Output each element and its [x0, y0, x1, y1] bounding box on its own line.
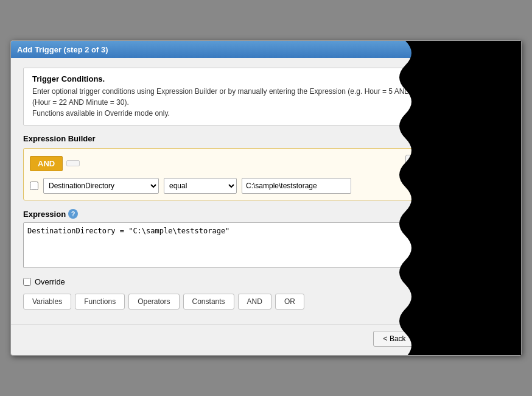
help-icon[interactable]: ?: [68, 209, 78, 219]
delete-label: Delete: [475, 182, 497, 190]
expr-buttons-row: Variables Functions Operators Constants …: [23, 294, 509, 309]
dialog-titlebar: Add Trigger (step 2 of 3) ✕: [11, 41, 521, 58]
add-rule-label: dd rule: [412, 159, 435, 168]
variables-button[interactable]: Variables: [23, 294, 71, 309]
and-toggle-button[interactable]: AND: [30, 156, 63, 171]
functions-button[interactable]: Functions: [75, 294, 125, 309]
operators-button[interactable]: Operators: [128, 294, 179, 309]
dialog-footer: < Back Next > Cancel: [11, 324, 521, 355]
delete-button[interactable]: ▬ Delete: [459, 179, 502, 193]
or-button[interactable]: OR: [275, 294, 304, 309]
add-rule-button[interactable]: dd rule: [405, 155, 441, 172]
constants-button[interactable]: Constants: [183, 294, 234, 309]
and-button[interactable]: AND: [238, 294, 271, 309]
plus-icon: ⊕: [452, 158, 460, 169]
trigger-conditions-desc: Enter optional trigger conditions using …: [32, 86, 500, 119]
close-button[interactable]: ✕: [505, 44, 515, 54]
back-button[interactable]: < Back: [373, 331, 416, 347]
override-checkbox[interactable]: [23, 278, 31, 286]
field-select[interactable]: DestinationDirectory: [43, 178, 159, 194]
builder-controls: AND dd rule ⊕ Add group: [30, 155, 502, 172]
add-trigger-dialog: Add Trigger (step 2 of 3) ✕ Trigger Cond…: [10, 40, 522, 356]
trigger-conditions-title: Trigger Conditions.: [32, 74, 500, 83]
add-group-button[interactable]: ⊕ Add group: [445, 155, 502, 172]
operator-select[interactable]: equal: [164, 178, 237, 194]
cancel-button[interactable]: Cancel: [466, 331, 509, 347]
next-button[interactable]: Next >: [420, 331, 462, 347]
rule-row: DestinationDirectory equal ▬ Delete: [30, 178, 502, 194]
trigger-conditions-box: Trigger Conditions. Enter optional trigg…: [23, 68, 509, 126]
expression-builder-container: AND dd rule ⊕ Add group DestinationDirec…: [23, 148, 509, 200]
add-group-label: Add group: [462, 159, 495, 168]
dialog-title: Add Trigger (step 2 of 3): [17, 45, 108, 54]
test-expression-button[interactable]: Test Expression: [436, 294, 509, 309]
expression-label: Expression: [23, 210, 66, 219]
builder-controls-right: dd rule ⊕ Add group: [405, 155, 502, 172]
rule-checkbox[interactable]: [30, 182, 38, 190]
expression-builder-label: Expression Builder: [23, 134, 509, 143]
expression-label-row: Expression ?: [23, 209, 509, 219]
override-label: Override: [35, 277, 65, 286]
override-row: Override: [23, 277, 509, 286]
delete-icon: ▬: [464, 181, 473, 191]
expression-textarea[interactable]: DestinationDirectory = "C:\sample\testst…: [23, 222, 509, 268]
dialog-body: Trigger Conditions. Enter optional trigg…: [11, 58, 521, 324]
or-toggle[interactable]: [66, 160, 80, 166]
rule-value-input[interactable]: [242, 178, 351, 194]
expression-section: Expression ? DestinationDirectory = "C:\…: [23, 209, 509, 270]
